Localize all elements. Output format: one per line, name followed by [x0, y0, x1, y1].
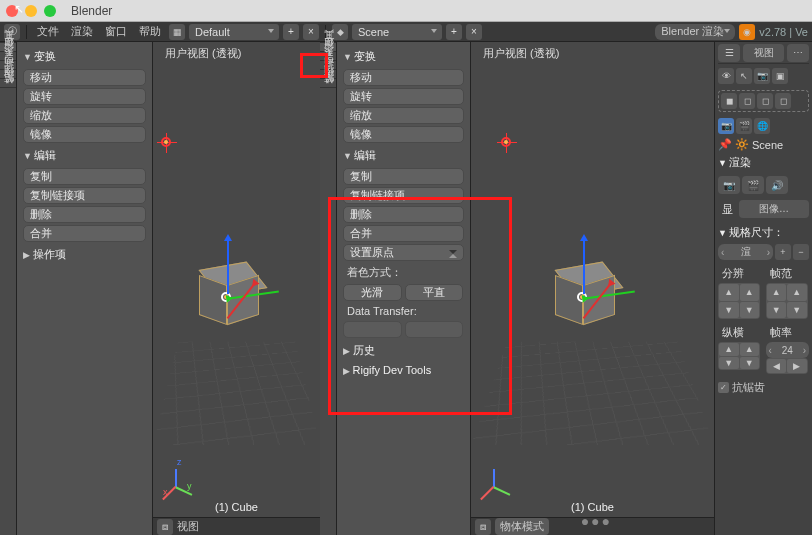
tab-relations[interactable]: 关系	[0, 60, 16, 69]
rotate-button[interactable]: 旋转	[23, 88, 146, 105]
layer-grid[interactable]: ◼◻◻◻	[718, 90, 809, 112]
panel-edit-header[interactable]: 编辑	[23, 145, 146, 166]
display-mode-dropdown[interactable]: 图像…	[739, 200, 809, 218]
preset-add-icon[interactable]: +	[775, 244, 791, 260]
world-tab-icon[interactable]: 🌐	[754, 118, 770, 134]
aspect-arrows[interactable]: ▲▲▼▼	[718, 342, 760, 370]
menu-file[interactable]: 文件	[33, 24, 63, 39]
framerange-arrows[interactable]: ▲▲▼▼	[766, 283, 808, 319]
render-panel-header[interactable]: 渲染	[718, 153, 809, 172]
editor-type-icon-right[interactable]: ⧈	[475, 519, 491, 535]
translate-button-mid[interactable]: 移动	[343, 69, 464, 86]
scene-tab-icon[interactable]: 🎬	[736, 118, 752, 134]
outliner-view-btn[interactable]: 视图	[743, 44, 784, 62]
screen-layout-field[interactable]: Default	[189, 24, 279, 40]
scale-button-mid[interactable]: 缩放	[343, 107, 464, 124]
antialias-label: 抗锯齿	[732, 380, 765, 395]
layout-remove-button[interactable]: ×	[303, 24, 319, 40]
restriction-toggles: 👁 ↖ 📷 ▣	[718, 68, 809, 84]
delete-button[interactable]: 删除	[23, 206, 146, 223]
mirror-button[interactable]: 镜像	[23, 126, 146, 143]
left-3dview: 工具 创建 关系 动画 物理 蜡笔 变换 移动 旋转 缩放 镜像 编辑 复制 复…	[0, 42, 320, 535]
info-header: ⓘ 文件 渲染 窗口 帮助 ▦ Default + × ◆ Scene + × …	[0, 22, 812, 42]
duplicate-button[interactable]: 复制	[23, 168, 146, 185]
rotate-button-mid[interactable]: 旋转	[343, 88, 464, 105]
active-object-label-right: (1) Cube	[471, 501, 714, 513]
macos-titlebar: Blender	[0, 0, 812, 22]
tab-create[interactable]: 创建	[0, 51, 16, 60]
menu-help[interactable]: 帮助	[135, 24, 165, 39]
display-label: 显	[718, 200, 737, 219]
fps-spinner[interactable]: 24	[766, 342, 810, 358]
outliner-filter-icon[interactable]: ⋯	[787, 44, 809, 62]
render-anim-button[interactable]: 🎬	[742, 176, 764, 194]
render-still-button[interactable]: 📷	[718, 176, 740, 194]
preset-remove-icon[interactable]: −	[793, 244, 809, 260]
duplicate-button-mid[interactable]: 复制	[343, 168, 464, 185]
zoom-window-button[interactable]	[44, 5, 56, 17]
outliner-editor-icon[interactable]: ☰	[718, 44, 740, 62]
translate-button[interactable]: 移动	[23, 69, 146, 86]
operator-panel-header[interactable]: 操作项	[23, 244, 146, 265]
toolshelf-tabs-left: 工具 创建 关系 动画 物理 蜡笔	[0, 42, 17, 535]
resolution-arrows[interactable]: ▲▲▼▼	[718, 283, 760, 319]
render-audio-button[interactable]: 🔊	[766, 176, 788, 194]
logo-watermark: ●●●	[581, 513, 612, 529]
scene-remove-button[interactable]: ×	[466, 24, 482, 40]
mode-dropdown[interactable]: 物体模式	[495, 518, 549, 535]
pin-icon[interactable]: 📌	[718, 138, 732, 151]
dimensions-panel-header[interactable]: 规格尺寸：	[718, 223, 809, 242]
panel-transform-header[interactable]: 变换	[23, 46, 146, 67]
grid-floor	[153, 342, 320, 445]
resolution-label: 分辨	[718, 264, 762, 283]
tab-grease[interactable]: 蜡笔	[0, 87, 16, 96]
viewport-menu-view[interactable]: 视图	[177, 519, 199, 534]
scene-add-button[interactable]: +	[446, 24, 462, 40]
3d-cursor-icon-right	[501, 137, 511, 147]
scene-browse-icon[interactable]: ◆	[332, 24, 348, 40]
aspect-label: 纵横	[718, 323, 762, 342]
framerate-arrows[interactable]: ◀▶	[766, 358, 808, 374]
scene-breadcrumb: 📌 🔆 Scene	[718, 138, 809, 151]
menu-render[interactable]: 渲染	[67, 24, 97, 39]
scene-field[interactable]: Scene	[352, 24, 442, 40]
duplicate-linked-button[interactable]: 复制链接项	[23, 187, 146, 204]
mirror-button-mid[interactable]: 镜像	[343, 126, 464, 143]
viewport-header-right: 用户视图 (透视)	[483, 46, 559, 61]
render-tab-icon[interactable]: 📷	[718, 118, 734, 134]
outliner-header: ☰ 视图 ⋯	[718, 44, 809, 64]
render-toggle-icon[interactable]: ▣	[772, 68, 788, 84]
tab-tools-mid[interactable]: 工具	[320, 42, 336, 51]
layout-add-button[interactable]: +	[283, 24, 299, 40]
render-preset-dropdown[interactable]: 渲	[718, 244, 773, 260]
cursor-icon[interactable]: ↖	[736, 68, 752, 84]
editor-type-dropdown[interactable]: ⓘ	[4, 24, 20, 40]
scale-button[interactable]: 缩放	[23, 107, 146, 124]
editor-type-icon[interactable]: ⧈	[157, 519, 173, 535]
panel-edit-header-mid[interactable]: 编辑	[343, 145, 464, 166]
antialias-checkbox[interactable]: ✓	[718, 382, 729, 393]
tab-physics-mid[interactable]: 物理	[320, 78, 336, 87]
tab-grease-mid[interactable]: 蜡笔	[320, 87, 336, 96]
viewport-header-left: 用户视图 (透视)	[165, 46, 241, 61]
minimize-window-button[interactable]	[25, 5, 37, 17]
blender-logo-icon: ◉	[739, 24, 755, 40]
eye-icon[interactable]: 👁	[718, 68, 734, 84]
properties-region: ☰ 视图 ⋯ 👁 ↖ 📷 ▣ ◼◻◻◻ 📷 🎬 🌐 📌 🔆 Scene 渲染 📷…	[714, 42, 812, 535]
tab-animation[interactable]: 动画	[0, 69, 16, 78]
viewport-left[interactable]: 用户视图 (透视) z y x (1) Cube ⧈ 视图	[153, 42, 320, 535]
tab-physics[interactable]: 物理	[0, 78, 16, 87]
menu-window[interactable]: 窗口	[101, 24, 131, 39]
tab-tools[interactable]: 工具	[0, 42, 16, 51]
framerate-label: 帧率	[766, 323, 810, 342]
camera-icon[interactable]: 📷	[754, 68, 770, 84]
3d-cursor-icon-left	[161, 137, 171, 147]
active-object-label-left: (1) Cube	[153, 501, 320, 513]
render-engine-dropdown[interactable]: Blender 渲染	[655, 24, 735, 40]
layout-browse-icon[interactable]: ▦	[169, 24, 185, 40]
join-button[interactable]: 合并	[23, 225, 146, 242]
viewport-statusbar-left: ⧈ 视图	[153, 517, 320, 535]
annotation-marker-panel	[328, 197, 512, 415]
panel-transform-header-mid[interactable]: 变换	[343, 46, 464, 67]
axis-indicator-right	[481, 465, 511, 495]
